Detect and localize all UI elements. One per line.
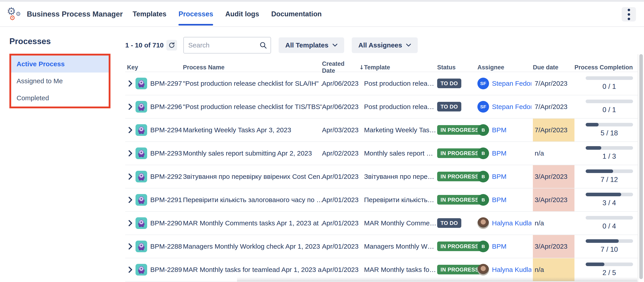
column-header-status[interactable]: Status [437,64,478,71]
process-name: Звітування про перевірку ввірених Cost C… [183,173,322,180]
due-date-cell: 3/Apr/2023 [533,235,574,258]
expand-row-button[interactable] [125,220,136,226]
assignee-link[interactable]: Halyna Kudlak [492,266,531,273]
scrollbar-thumb[interactable] [639,54,643,279]
table-row[interactable]: BPM-2296 "Post production release checkl… [125,95,644,119]
chevron-right-icon [128,220,132,226]
column-header-process-completion[interactable]: Process Completion [574,64,644,71]
assignees-filter-label: All Assignees [358,41,402,49]
assignee-link[interactable]: BPM [492,243,506,250]
progress-text: 7 / 10 [574,245,644,253]
table-row[interactable]: BPM-2293 Monthly sales report submitting… [125,142,644,165]
expand-row-button[interactable] [125,80,136,87]
refresh-icon [168,42,175,49]
expand-row-button[interactable] [125,173,136,180]
completion-cell: 0 / 1 [574,95,644,118]
progress-text: 0 / 1 [574,83,644,91]
status-badge: TO DO [437,79,461,88]
templates-filter-dropdown[interactable]: All Templates [278,37,344,53]
expand-row-button[interactable] [125,266,136,273]
process-name: "Post production release checklist for S… [183,80,322,87]
avatar: B [478,241,489,252]
status-badge: TO DO [437,102,461,111]
nav-audit-logs[interactable]: Audit logs [225,2,259,27]
table-rows: BPM-2297 "Post production release checkl… [125,72,644,281]
sidebar-item-assigned-to-me[interactable]: Assigned to Me [11,73,109,90]
assignee-link[interactable]: BPM [492,149,506,157]
assignee-link[interactable]: Stepan Fedori [492,80,531,87]
avatar: SF [478,78,489,89]
chevron-right-icon [128,104,132,110]
assignee-link[interactable]: Stepan Fedori [492,103,531,111]
column-header-assignee[interactable]: Assignee [478,64,533,71]
column-header-process-name[interactable]: Process Name [183,64,322,71]
completion-cell: 7 / 12 [574,165,644,188]
created-date-value: Apr/06/2023 [322,103,364,111]
avatar [478,217,489,229]
table-row[interactable]: BPM-2294 Marketing Weekly Tasks Apr 3, 2… [125,119,644,142]
sidebar: Processes Active Process Assigned to Me … [0,27,112,281]
table-row[interactable]: BPM-2288 Managers Monthly Worklog check … [125,235,644,258]
app-title: Business Process Manager [27,10,123,18]
column-header-due-date[interactable]: Due date [533,64,574,71]
column-header-key[interactable]: Key [125,64,183,71]
table-row[interactable]: BPM-2297 "Post production release checkl… [125,72,644,95]
table-row[interactable]: BPM-2290 MAR Monthly Comments tasks Apr … [125,212,644,235]
sidebar-item-completed[interactable]: Completed [11,90,109,107]
expand-row-button[interactable] [125,243,136,249]
created-date-value: Apr/01/2023 [322,243,364,250]
avatar [478,264,489,275]
sidebar-item-active-process[interactable]: Active Process [11,56,109,73]
process-key: BPM-2290 [150,219,182,227]
progress-text: 1 / 3 [574,152,644,160]
process-name: "Post production release checklist for T… [183,103,322,111]
template-name: Marketing Weekly Tas… [364,126,437,134]
refresh-button[interactable] [166,40,177,51]
process-name: MAR Monthly Comments tasks Apr 1, 2023 a… [183,219,322,227]
expand-row-button[interactable] [125,197,136,203]
chevron-right-icon [128,150,132,156]
assignee-link[interactable]: BPM [492,196,506,204]
due-date-value: 3/Apr/2023 [535,173,568,180]
completion-cell: 7 / 10 [574,235,644,258]
column-header-template[interactable]: Template [364,64,437,71]
created-date-label: Created Date [322,61,357,74]
table-row[interactable]: BPM-2289 MAR Monthly tasks for teamlead … [125,258,644,281]
browser-top-strip [0,0,644,2]
expand-row-button[interactable] [125,104,136,110]
progress-bar [586,169,633,173]
table-row[interactable]: BPM-2292 Звітування про перевірку ввірен… [125,165,644,188]
process-name: Managers Monthly Worklog check Apr 1, 20… [183,243,322,250]
due-date-value: n/a [535,266,544,273]
assignees-filter-dropdown[interactable]: All Assignees [352,37,418,53]
expand-row-button[interactable] [125,150,136,156]
assignee-cell: B BPM [478,235,533,258]
nav-processes[interactable]: Processes [178,2,213,27]
assignee-link[interactable]: BPM [492,173,506,180]
template-name: MAR Monthly Comme… [364,219,437,227]
progress-bar [586,239,633,243]
completion-cell: 1 / 3 [574,142,644,165]
template-name: Post production relea… [364,103,437,111]
column-header-created-date[interactable]: Created Date ↓ [322,61,364,74]
completion-cell: 3 / 4 [574,188,644,211]
status-badge: IN PROGRESS [437,241,482,251]
table-row[interactable]: BPM-2291 Перевірити кількість залоговано… [125,188,644,212]
progress-bar [586,76,633,80]
assignee-link[interactable]: Halyna Kudlak [492,219,531,227]
assignee-link[interactable]: BPM [492,126,506,134]
progress-bar [586,123,633,126]
due-date-value: 7/Apr/2023 [535,126,568,134]
created-date-value: Apr/01/2023 [322,196,364,204]
kebab-menu-button[interactable] [622,7,636,22]
status-badge: TO DO [437,218,461,228]
expand-row-button[interactable] [125,127,136,133]
search-input[interactable] [183,37,271,54]
process-monster-icon [136,101,147,113]
nav-documentation[interactable]: Documentation [271,2,322,27]
process-monster-icon [136,241,147,252]
process-key: BPM-2296 [150,103,182,111]
nav-templates[interactable]: Templates [132,2,166,27]
due-date-value: 3/Apr/2023 [535,243,568,250]
due-date-value: n/a [535,149,544,157]
